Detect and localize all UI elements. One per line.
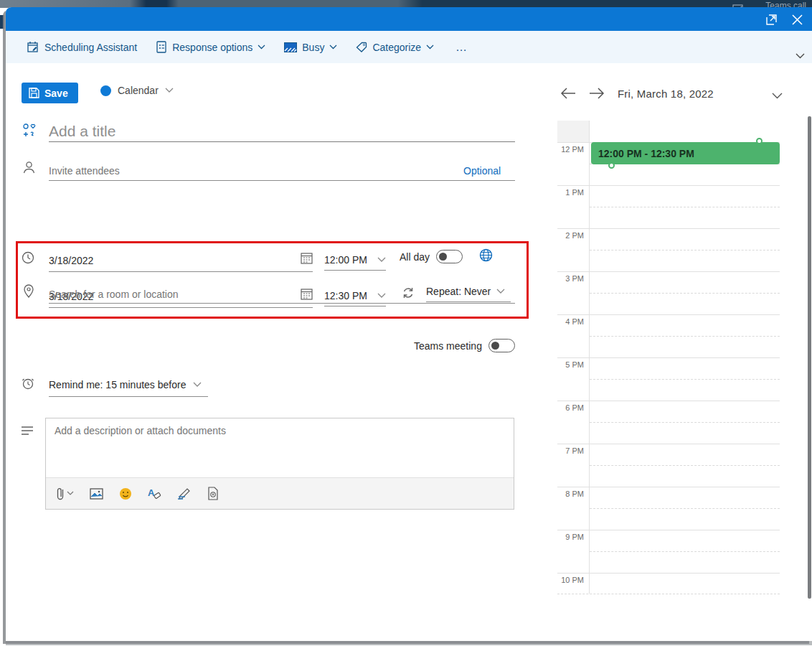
alarm-clock-icon (21, 376, 35, 393)
start-time-value: 12:00 PM (324, 254, 367, 266)
timeline-slot[interactable] (590, 487, 780, 530)
timeline-slot[interactable] (590, 229, 780, 271)
calendar-event-block[interactable]: 12:00 PM - 12:30 PM (591, 142, 780, 164)
response-options-button[interactable]: Response options (156, 41, 265, 53)
categorize-button[interactable]: Categorize (356, 42, 434, 53)
timeline-slot[interactable] (590, 315, 780, 357)
clear-formatting-button[interactable]: A (148, 487, 161, 500)
event-resize-handle-bottom[interactable] (608, 162, 615, 169)
insert-document-button[interactable] (207, 487, 219, 500)
event-icon-picker[interactable] (22, 123, 37, 141)
day-timeline: 12 PM1 PM2 PM3 PM4 PM5 PM6 PM7 PM8 PM9 P… (557, 121, 780, 594)
reminder-select[interactable]: Remind me: 15 minutes before (49, 379, 208, 397)
timezone-globe-icon[interactable] (479, 248, 493, 265)
paperclip-icon (56, 487, 65, 501)
calendar-color-dot (100, 85, 111, 96)
timeline-row: 8 PM (557, 487, 780, 530)
panel-scrollbar[interactable] (808, 116, 811, 599)
timeline-row: 1 PM (557, 185, 780, 228)
scheduling-assistant-button[interactable]: Scheduling Assistant (27, 41, 137, 53)
description-input[interactable] (46, 418, 514, 478)
timeline-slot[interactable] (590, 444, 780, 487)
timeline-slot[interactable] (590, 530, 780, 573)
toggle-knob (491, 342, 499, 350)
timeline-row: 4 PM (557, 314, 780, 357)
start-date-field[interactable] (49, 252, 313, 272)
description-editor: A (45, 418, 514, 510)
emoji-button[interactable] (119, 487, 132, 500)
dialog-titlebar (6, 7, 812, 31)
repeat-select[interactable]: Repeat: Never (426, 286, 511, 302)
chevron-down-icon (329, 45, 337, 50)
popout-icon[interactable] (763, 11, 779, 27)
timeline-slot[interactable] (590, 574, 780, 594)
timeline-row: 7 PM (557, 444, 780, 487)
location-search-input[interactable] (49, 286, 400, 303)
ribbon-item-label: Scheduling Assistant (44, 42, 137, 53)
event-compose-dialog: Scheduling Assistant Response options Bu… (6, 7, 812, 641)
svg-text:A: A (148, 487, 155, 498)
close-icon[interactable] (789, 11, 805, 27)
previous-day-arrow-icon[interactable] (557, 83, 579, 104)
day-navigation-header: Fri, March 18, 2022 (557, 79, 801, 108)
timeline-slot[interactable] (590, 186, 780, 228)
clear-formatting-icon: A (148, 487, 161, 500)
date-picker-chevron-icon[interactable] (772, 90, 789, 103)
start-time-select[interactable]: 12:00 PM (324, 254, 386, 271)
picture-icon (90, 488, 103, 500)
save-button[interactable]: Save (22, 83, 78, 103)
teams-meeting-toggle[interactable] (488, 339, 515, 352)
location-field-underline (49, 303, 515, 304)
more-options-button[interactable]: … (453, 41, 471, 54)
background-edge-fragment (0, 15, 4, 29)
timeline-row: 10 PM (557, 573, 780, 594)
all-day-label: All day (400, 251, 430, 263)
attach-file-button[interactable] (56, 487, 74, 501)
timeline-slot[interactable] (590, 121, 780, 142)
pen-icon (177, 487, 192, 500)
timeline-hour-label: 4 PM (557, 315, 590, 357)
timeline-hour-label: 5 PM (557, 358, 590, 401)
calendar-selector[interactable]: Calendar (100, 85, 174, 96)
timeline-hour-label: 1 PM (557, 186, 590, 228)
next-day-arrow-icon[interactable] (586, 83, 608, 104)
panel-date-label: Fri, March 18, 2022 (618, 88, 714, 100)
invite-attendees-input[interactable] (49, 162, 461, 179)
tag-icon (356, 42, 367, 53)
ribbon-item-label: Categorize (372, 42, 421, 53)
show-as-busy-button[interactable]: Busy (284, 42, 337, 53)
title-input[interactable] (49, 121, 515, 142)
chevron-down-icon (165, 88, 174, 93)
chevron-down-icon (377, 257, 386, 263)
attendees-field-underline (49, 180, 515, 181)
event-form: Save Calendar Optional (6, 63, 547, 641)
busy-status-icon (284, 42, 297, 52)
clock-icon (22, 251, 34, 267)
attendees-person-icon (22, 161, 36, 177)
response-options-icon (156, 41, 167, 53)
timeline-hour-label: 8 PM (557, 487, 590, 530)
recurrence-sync-icon[interactable] (402, 286, 415, 302)
timeline-slot[interactable] (590, 272, 780, 314)
emoji-smiley-icon (119, 487, 132, 500)
insert-picture-button[interactable] (90, 488, 103, 500)
calendar-selector-label: Calendar (118, 85, 159, 96)
draw-ink-button[interactable] (177, 487, 192, 500)
toggle-knob (439, 253, 447, 261)
ribbon-item-label: Busy (302, 42, 324, 53)
event-resize-handle-top[interactable] (756, 138, 763, 144)
optional-attendees-link[interactable]: Optional (463, 165, 501, 177)
start-date-input[interactable] (49, 253, 285, 268)
chevron-down-icon (426, 45, 434, 50)
ribbon-expand-chevron-icon[interactable] (796, 49, 805, 62)
document-import-icon (207, 487, 219, 500)
date-picker-calendar-icon[interactable] (301, 252, 313, 268)
timeline-slot[interactable] (590, 358, 780, 401)
repeat-value: Repeat: Never (426, 286, 491, 297)
all-day-toggle[interactable] (436, 250, 463, 263)
timeline-row (557, 121, 780, 142)
chevron-down-icon (258, 45, 265, 50)
timeline-row: 3 PM (557, 271, 780, 314)
timeline-slot[interactable] (590, 401, 780, 444)
teams-meeting-label: Teams meeting (414, 340, 482, 352)
